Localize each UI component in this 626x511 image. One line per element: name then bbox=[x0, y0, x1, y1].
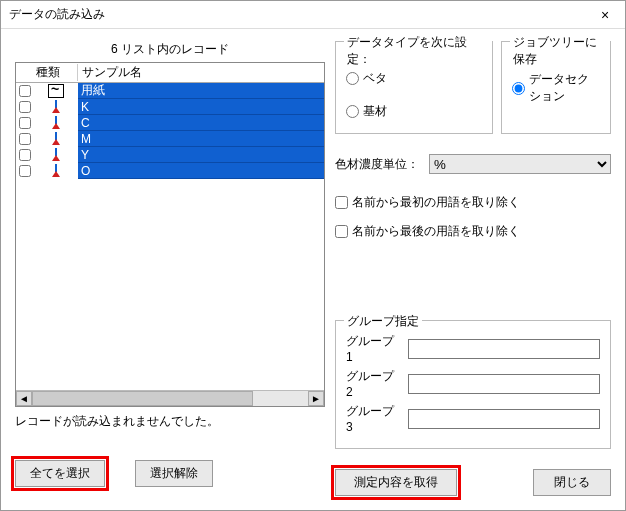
row-name-cell[interactable]: K bbox=[78, 99, 324, 115]
radio-beta-line[interactable]: ベタ bbox=[346, 70, 482, 87]
deselect-button[interactable]: 選択解除 bbox=[135, 460, 213, 487]
row-type-cell bbox=[34, 115, 78, 131]
row-name-cell[interactable]: M bbox=[78, 131, 324, 147]
radio-substrate[interactable] bbox=[346, 105, 359, 118]
get-measurement-button[interactable]: 測定内容を取得 bbox=[335, 469, 457, 496]
row-type-cell bbox=[34, 99, 78, 115]
row-name-cell[interactable]: O bbox=[78, 163, 324, 179]
radio-substrate-line[interactable]: 基材 bbox=[346, 103, 482, 120]
col-name-header[interactable]: サンプル名 bbox=[78, 64, 324, 81]
jobtree-legend: ジョブツリーに保存 bbox=[510, 34, 610, 68]
row-checkbox[interactable] bbox=[19, 85, 31, 97]
status-message: レコードが読み込まれませんでした。 bbox=[15, 413, 325, 430]
group1-row: グループ 1 bbox=[346, 333, 600, 364]
row-type-cell bbox=[34, 131, 78, 147]
scroll-left-icon[interactable]: ◄ bbox=[16, 391, 32, 406]
remove-first-label: 名前から最初の用語を取り除く bbox=[352, 194, 520, 211]
table-row[interactable]: 用紙 bbox=[16, 83, 324, 99]
table-body: 用紙KCMYO bbox=[16, 83, 324, 179]
select-all-button[interactable]: 全てを選択 bbox=[15, 460, 105, 487]
group3-row: グループ 3 bbox=[346, 403, 600, 434]
group1-label: グループ 1 bbox=[346, 333, 402, 364]
scroll-right-icon[interactable]: ► bbox=[308, 391, 324, 406]
close-icon: × bbox=[601, 7, 609, 23]
row-checkbox-cell[interactable] bbox=[16, 131, 34, 147]
jobtree-fieldset: ジョブツリーに保存 データセクション bbox=[501, 41, 611, 134]
close-button[interactable]: × bbox=[585, 1, 625, 29]
group1-input[interactable] bbox=[408, 339, 600, 359]
row-checkbox[interactable] bbox=[19, 101, 31, 113]
row-checkbox-cell[interactable] bbox=[16, 147, 34, 163]
row-checkbox-cell[interactable] bbox=[16, 99, 34, 115]
group3-input[interactable] bbox=[408, 409, 600, 429]
scroll-track[interactable] bbox=[32, 391, 308, 406]
titlebar: データの読み込み × bbox=[1, 1, 625, 29]
spacer bbox=[335, 246, 611, 320]
left-column: 6 リスト内のレコード 種類 サンプル名 用紙KCMYO ◄ ► レコードが読み… bbox=[15, 41, 325, 496]
left-button-row: 全てを選択 選択解除 bbox=[15, 460, 325, 487]
datatype-legend: データタイプを次に設定： bbox=[344, 34, 492, 68]
radio-datasection-label: データセクション bbox=[529, 71, 600, 105]
content-area: 6 リスト内のレコード 種類 サンプル名 用紙KCMYO ◄ ► レコードが読み… bbox=[1, 29, 625, 510]
top-fieldset-row: データタイプを次に設定： Auto ベタ 基材 bbox=[335, 41, 611, 140]
table-header: 種類 サンプル名 bbox=[16, 63, 324, 83]
radio-beta[interactable] bbox=[346, 72, 359, 85]
sample-icon bbox=[49, 116, 63, 130]
group-fieldset: グループ指定 グループ 1 グループ 2 グループ 3 bbox=[335, 320, 611, 449]
row-type-cell bbox=[34, 147, 78, 163]
radio-substrate-label: 基材 bbox=[363, 103, 387, 120]
sample-icon bbox=[49, 132, 63, 146]
sample-icon bbox=[49, 164, 63, 178]
remove-last-checkbox[interactable] bbox=[335, 225, 348, 238]
row-type-cell bbox=[34, 83, 78, 99]
scroll-thumb[interactable] bbox=[32, 391, 253, 406]
row-name-cell[interactable]: 用紙 bbox=[78, 83, 324, 99]
table-row[interactable]: K bbox=[16, 99, 324, 115]
row-checkbox-cell[interactable] bbox=[16, 163, 34, 179]
row-checkbox[interactable] bbox=[19, 149, 31, 161]
row-checkbox-cell[interactable] bbox=[16, 115, 34, 131]
group2-row: グループ 2 bbox=[346, 368, 600, 399]
records-count-label: 6 リスト内のレコード bbox=[15, 41, 325, 58]
row-name-cell[interactable]: Y bbox=[78, 147, 324, 163]
horizontal-scrollbar[interactable]: ◄ ► bbox=[16, 390, 324, 406]
row-type-cell bbox=[34, 163, 78, 179]
window-title: データの読み込み bbox=[9, 6, 105, 23]
wave-icon bbox=[48, 84, 64, 98]
unit-select[interactable]: % bbox=[429, 154, 611, 174]
unit-row: 色材濃度単位： % bbox=[335, 154, 611, 174]
remove-last-label: 名前から最後の用語を取り除く bbox=[352, 223, 520, 240]
group2-input[interactable] bbox=[408, 374, 600, 394]
row-checkbox[interactable] bbox=[19, 117, 31, 129]
remove-first-checkbox[interactable] bbox=[335, 196, 348, 209]
table-row[interactable]: Y bbox=[16, 147, 324, 163]
radio-beta-label: ベタ bbox=[363, 70, 387, 87]
datatype-fieldset: データタイプを次に設定： Auto ベタ 基材 bbox=[335, 41, 493, 134]
radio-datasection-line[interactable]: データセクション bbox=[512, 71, 600, 105]
row-checkbox[interactable] bbox=[19, 133, 31, 145]
remove-first-line[interactable]: 名前から最初の用語を取り除く bbox=[335, 194, 611, 211]
group2-label: グループ 2 bbox=[346, 368, 402, 399]
table-row[interactable]: O bbox=[16, 163, 324, 179]
right-column: データタイプを次に設定： Auto ベタ 基材 bbox=[335, 41, 611, 496]
radio-datasection[interactable] bbox=[512, 82, 525, 95]
col-type-header[interactable]: 種類 bbox=[34, 64, 78, 81]
table-row[interactable]: C bbox=[16, 115, 324, 131]
dialog-window: データの読み込み × 6 リスト内のレコード 種類 サンプル名 用紙KCMYO … bbox=[0, 0, 626, 511]
records-table: 種類 サンプル名 用紙KCMYO ◄ ► bbox=[15, 62, 325, 407]
group3-label: グループ 3 bbox=[346, 403, 402, 434]
remove-last-line[interactable]: 名前から最後の用語を取り除く bbox=[335, 223, 611, 240]
unit-label: 色材濃度単位： bbox=[335, 156, 419, 173]
sample-icon bbox=[49, 100, 63, 114]
right-button-row: 測定内容を取得 閉じる bbox=[335, 469, 611, 496]
row-name-cell[interactable]: C bbox=[78, 115, 324, 131]
sample-icon bbox=[49, 148, 63, 162]
close-dialog-button[interactable]: 閉じる bbox=[533, 469, 611, 496]
row-checkbox[interactable] bbox=[19, 165, 31, 177]
row-checkbox-cell[interactable] bbox=[16, 83, 34, 99]
group-legend: グループ指定 bbox=[344, 313, 422, 330]
table-row[interactable]: M bbox=[16, 131, 324, 147]
